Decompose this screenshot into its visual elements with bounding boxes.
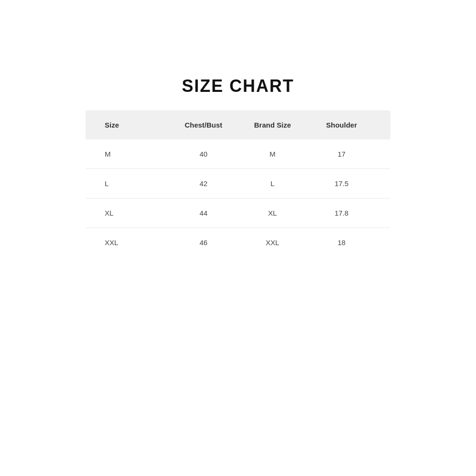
table-row: XXL46XXL18 bbox=[86, 228, 390, 257]
header-chest-bust: Chest/Bust bbox=[169, 121, 238, 129]
table-row: L42L17.5 bbox=[86, 169, 390, 198]
cell-size-0: M bbox=[100, 150, 169, 158]
cell-chest_bust-3: 46 bbox=[169, 238, 238, 247]
cell-shoulder-2: 17.8 bbox=[307, 209, 376, 217]
table-body: M40M17L42L17.5XL44XL17.8XXL46XXL18 bbox=[86, 139, 390, 257]
header-size: Size bbox=[100, 121, 169, 129]
cell-chest_bust-0: 40 bbox=[169, 150, 238, 158]
cell-shoulder-1: 17.5 bbox=[307, 179, 376, 188]
cell-shoulder-0: 17 bbox=[307, 150, 376, 158]
table-row: M40M17 bbox=[86, 139, 390, 169]
cell-chest_bust-2: 44 bbox=[169, 209, 238, 217]
cell-size-3: XXL bbox=[100, 238, 169, 247]
size-chart-container: Size Chest/Bust Brand Size Shoulder M40M… bbox=[86, 110, 390, 257]
table-row: XL44XL17.8 bbox=[86, 198, 390, 228]
cell-brand_size-1: L bbox=[238, 179, 307, 188]
table-header: Size Chest/Bust Brand Size Shoulder bbox=[86, 110, 390, 139]
cell-brand_size-0: M bbox=[238, 150, 307, 158]
page-title: SIZE CHART bbox=[182, 76, 294, 96]
cell-brand_size-2: XL bbox=[238, 209, 307, 217]
header-shoulder: Shoulder bbox=[307, 121, 376, 129]
cell-brand_size-3: XXL bbox=[238, 238, 307, 247]
header-brand-size: Brand Size bbox=[238, 121, 307, 129]
cell-size-1: L bbox=[100, 179, 169, 188]
cell-chest_bust-1: 42 bbox=[169, 179, 238, 188]
cell-size-2: XL bbox=[100, 209, 169, 217]
cell-shoulder-3: 18 bbox=[307, 238, 376, 247]
